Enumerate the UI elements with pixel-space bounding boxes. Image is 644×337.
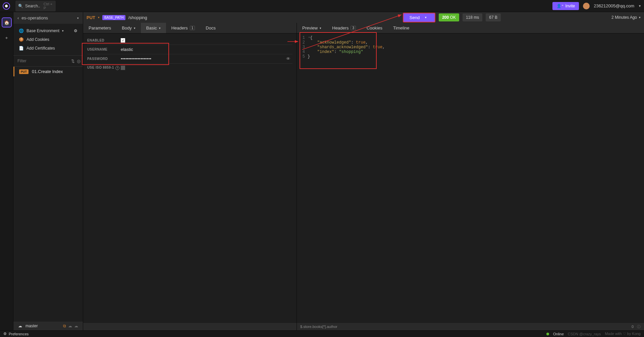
tab-res-headers[interactable]: Headers3 xyxy=(327,23,361,33)
collection-header[interactable]: ‹ es-operations ▾ xyxy=(13,12,83,24)
method-badge: PUT xyxy=(19,69,29,74)
password-field[interactable]: •••••••••••••••••••• xyxy=(121,56,151,61)
chevron-down-icon[interactable]: ▾ xyxy=(98,16,100,19)
enabled-checkbox[interactable]: ✓ xyxy=(121,38,125,43)
add-cookies-button[interactable]: 🍪 Add Cookies xyxy=(13,35,83,44)
tab-body[interactable]: Body▾ xyxy=(116,23,141,33)
request-name: 01.Create Index xyxy=(32,69,63,74)
request-tabs: Parameters Body▾ Basic▾ Headers1 Docs xyxy=(83,23,297,33)
chevron-down-icon[interactable]: ▾ xyxy=(77,16,79,20)
tab-cookies[interactable]: Cookies xyxy=(361,23,388,33)
online-indicator-icon xyxy=(546,333,549,335)
response-pane: Preview▾ Headers3 Cookies Timeline 1▾{ 2… xyxy=(297,23,644,330)
cloud-up-icon[interactable]: ☁ xyxy=(74,324,78,328)
search-hint: Ctrl + P xyxy=(44,2,53,10)
env-name: Base Environment xyxy=(26,28,59,33)
search-placeholder: Search.. xyxy=(25,4,40,8)
iso-checkbox[interactable] xyxy=(121,66,125,70)
password-label: PASSWORD xyxy=(87,57,121,61)
app-logo-icon[interactable] xyxy=(3,2,10,10)
size-badge: 67 B xyxy=(486,13,501,21)
preferences-button[interactable]: Preferences xyxy=(9,332,29,336)
chevron-down-icon[interactable]: ▼ xyxy=(638,4,641,8)
gear-icon[interactable]: ⚙ xyxy=(74,28,77,33)
send-label: Send xyxy=(410,15,420,20)
sidebar-item-create-index[interactable]: PUT 01.Create Index xyxy=(13,67,83,76)
cloud-down-icon[interactable]: ☁ xyxy=(68,324,72,328)
filter-row: ⇅ ◎ xyxy=(13,55,83,67)
sync-warning-icon[interactable]: ⧉ xyxy=(63,324,66,328)
add-icon[interactable]: ＋ xyxy=(2,33,12,43)
enabled-label: ENABLED xyxy=(87,39,121,42)
statusbar: ⚙ Preferences Online CSDN @crazy_rays Ma… xyxy=(0,330,644,337)
request-footer xyxy=(83,323,297,330)
tab-docs[interactable]: Docs xyxy=(200,23,221,33)
file-icon: 📄 xyxy=(19,46,24,51)
sidebar: ‹ es-operations ▾ 🌐 Base Environment ▾ ⚙… xyxy=(13,12,83,330)
chevron-down-icon[interactable]: ▾ xyxy=(62,29,64,32)
timestamp[interactable]: 2 Minutes Ago ▾ xyxy=(611,15,641,20)
http-method[interactable]: PUT xyxy=(87,15,95,20)
add-user-icon: 👤⁺ xyxy=(556,4,564,8)
env-row[interactable]: 🌐 Base Environment ▾ ⚙ xyxy=(13,26,83,35)
info-icon[interactable]: ⓘ xyxy=(637,324,641,329)
avatar[interactable] xyxy=(583,3,590,9)
target-icon[interactable]: ◎ xyxy=(77,59,80,64)
basepath-chip[interactable]: BASE_PATH xyxy=(102,15,125,20)
tab-auth[interactable]: Basic▾ xyxy=(141,23,166,33)
response-body[interactable]: 1▾{ 2 "acknowledged": true, 3 "shards_ac… xyxy=(297,33,644,61)
response-footer: $.store.books[*].author 0 ⓘ xyxy=(297,323,644,330)
auth-form: ENABLED ✓ USERNAME elastic PASSWORD ••••… xyxy=(83,33,297,75)
chevron-down-icon[interactable]: ▾ xyxy=(639,16,641,19)
send-button[interactable]: Send ▾ xyxy=(403,13,435,22)
iso-label: USE ISO 8859-1? xyxy=(87,66,121,70)
work-area: PUT ▾ BASE_PATH /shopping Send ▾ 200 OK … xyxy=(83,12,644,330)
gear-icon[interactable]: ⚙ xyxy=(3,332,7,336)
username-field[interactable]: elastic xyxy=(121,47,133,52)
help-icon[interactable]: ? xyxy=(115,66,119,70)
tab-timeline[interactable]: Timeline xyxy=(388,23,415,33)
username-label: USERNAME xyxy=(87,48,121,51)
chevron-down-icon[interactable]: ▾ xyxy=(425,16,427,19)
online-label: Online xyxy=(553,332,564,336)
watermark: CSDN @crazy_rays xyxy=(568,332,601,336)
url-path[interactable]: /shopping xyxy=(128,15,147,20)
activity-rail: 🏠 ＋ xyxy=(0,12,13,330)
git-branch: master xyxy=(25,324,38,328)
sort-icon[interactable]: ⇅ xyxy=(71,59,75,64)
match-count: 0 xyxy=(632,325,634,329)
search-input[interactable]: 🔍 Search.. Ctrl + P xyxy=(15,1,56,11)
time-badge: 118 ms xyxy=(463,13,482,21)
response-tabs: Preview▾ Headers3 Cookies Timeline xyxy=(297,23,644,33)
git-footer[interactable]: ☁ master ⧉ ☁ ☁ xyxy=(13,322,83,330)
invite-label: Invite xyxy=(565,4,575,8)
request-bar: PUT ▾ BASE_PATH /shopping Send ▾ 200 OK … xyxy=(83,12,644,23)
request-pane: Parameters Body▾ Basic▾ Headers1 Docs EN… xyxy=(83,23,297,330)
user-email[interactable]: 236212005@qq.com xyxy=(594,3,634,8)
filter-input[interactable] xyxy=(16,58,69,64)
tab-preview[interactable]: Preview▾ xyxy=(297,23,327,33)
credit: Made with ♡ by Kong xyxy=(605,332,641,336)
add-certificates-button[interactable]: 📄 Add Certificates xyxy=(13,44,83,53)
titlebar: 🔍 Search.. Ctrl + P 👤⁺ Invite 236212005@… xyxy=(0,0,644,12)
jsonpath-input[interactable]: $.store.books[*].author xyxy=(300,325,337,329)
tab-headers[interactable]: Headers1 xyxy=(166,23,201,33)
status-badge: 200 OK xyxy=(439,13,459,21)
add-cookies-label: Add Cookies xyxy=(26,37,49,42)
chevron-left-icon[interactable]: ‹ xyxy=(17,15,19,20)
eye-icon[interactable]: 👁 xyxy=(286,56,290,61)
globe-icon: 🌐 xyxy=(19,28,24,33)
collection-name: es-operations xyxy=(21,15,74,20)
home-icon[interactable]: 🏠 xyxy=(2,17,12,27)
invite-button[interactable]: 👤⁺ Invite xyxy=(552,2,579,10)
tab-parameters[interactable]: Parameters xyxy=(83,23,116,33)
cloud-icon: ☁ xyxy=(18,324,22,328)
add-certificates-label: Add Certificates xyxy=(26,46,55,51)
cookie-icon: 🍪 xyxy=(19,37,24,42)
search-icon: 🔍 xyxy=(18,4,23,8)
